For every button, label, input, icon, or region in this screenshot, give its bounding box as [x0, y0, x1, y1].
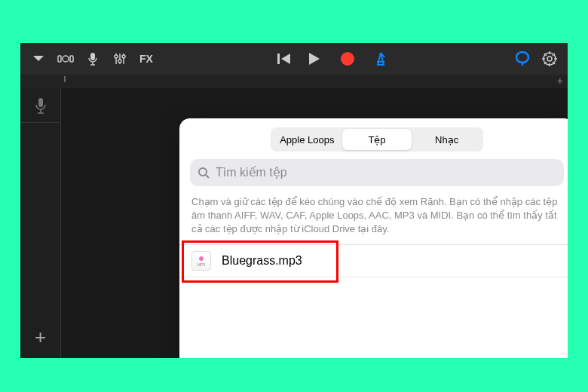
svg-point-13: [516, 52, 528, 63]
tab-music[interactable]: Nhạc: [412, 129, 482, 150]
tab-apple-loops[interactable]: Apple Loops: [272, 129, 342, 150]
audio-file-icon: MP3: [191, 251, 211, 271]
search-bar[interactable]: [190, 159, 564, 186]
search-icon: [198, 167, 210, 179]
tab-files[interactable]: Tệp: [342, 129, 412, 150]
play-icon[interactable]: [299, 47, 329, 71]
loop-browser-icon[interactable]: [510, 47, 534, 71]
top-toolbar: FX: [20, 43, 568, 75]
ruler-bar: +: [20, 75, 568, 88]
svg-point-5: [115, 55, 118, 58]
file-browser-popover: Apple Loops Tệp Nhạc Chạm và giữ các tệp…: [179, 118, 568, 358]
svg-point-25: [199, 168, 207, 176]
file-row[interactable]: MP3 Bluegrass.mp3: [179, 244, 568, 277]
track-view-icon[interactable]: [54, 47, 78, 71]
fx-button[interactable]: FX: [135, 53, 158, 65]
svg-point-7: [118, 60, 121, 63]
svg-rect-3: [90, 53, 95, 60]
svg-point-1: [63, 56, 69, 62]
microphone-icon[interactable]: [81, 47, 105, 71]
track-mic-icon[interactable]: [20, 88, 60, 123]
svg-line-26: [206, 175, 209, 178]
svg-rect-0: [58, 56, 61, 62]
add-track-button[interactable]: +: [20, 316, 60, 358]
app-window: FX + +: [20, 43, 568, 358]
browser-tabs: Apple Loops Tệp Nhạc: [271, 127, 483, 152]
view-menu-chevron-icon[interactable]: [26, 47, 51, 71]
popover-arrow: [516, 118, 531, 120]
record-icon[interactable]: [332, 47, 363, 71]
svg-point-9: [122, 55, 125, 58]
search-input[interactable]: [216, 166, 556, 179]
track-column: +: [20, 88, 61, 358]
mixer-sliders-icon[interactable]: [108, 47, 132, 71]
settings-gear-icon[interactable]: [537, 47, 562, 71]
svg-rect-2: [70, 56, 73, 62]
svg-rect-24: [38, 98, 43, 107]
help-text: Chạm và giữ các tệp để kéo chúng vào chế…: [179, 194, 568, 244]
file-name-label: Bluegrass.mp3: [222, 254, 302, 268]
rewind-icon[interactable]: [272, 47, 296, 71]
file-list: MP3 Bluegrass.mp3: [179, 244, 568, 358]
svg-point-14: [547, 57, 552, 61]
metronome-icon[interactable]: [366, 47, 396, 71]
add-section-icon[interactable]: +: [557, 75, 563, 87]
svg-rect-10: [277, 54, 280, 64]
